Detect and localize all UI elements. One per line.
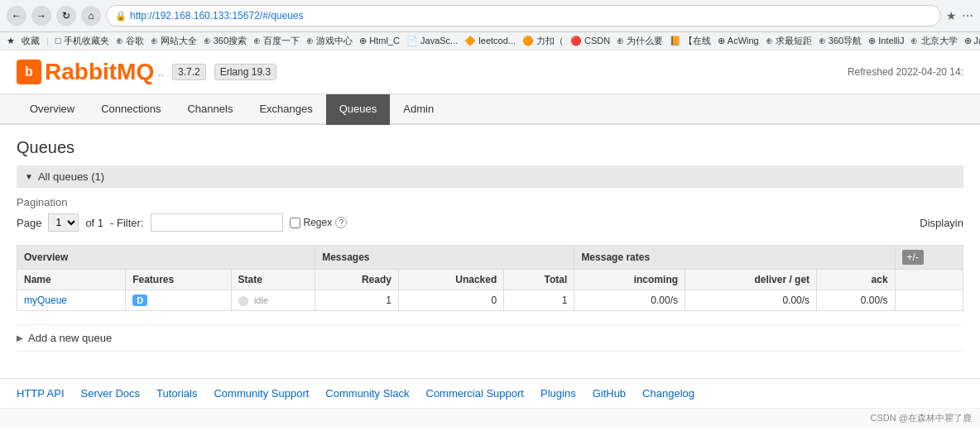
cell-unacked: 0	[398, 290, 503, 311]
help-icon[interactable]: ?	[335, 217, 347, 228]
bookmark-pku[interactable]: ⊕ 北京大学	[910, 35, 957, 47]
bookmark-item[interactable]: 收藏	[22, 35, 40, 47]
page-select[interactable]: 1	[48, 213, 79, 232]
feature-badge-d: D	[132, 295, 147, 306]
col-group-overview: Overview	[17, 246, 315, 270]
logo-name: RabbitMQ	[45, 59, 154, 85]
app-header: b RabbitMQ .. 3.7.2 Erlang 19.3 Refreshe…	[0, 50, 980, 94]
cell-ready: 1	[315, 290, 399, 311]
content-area: Queues ▼ All queues (1) Pagination Page …	[0, 125, 980, 378]
bookmark-360[interactable]: ⊕ 360搜索	[204, 35, 247, 47]
cell-deliver-get: 0.00/s	[685, 290, 817, 311]
nav-channels[interactable]: Channels	[174, 94, 246, 125]
logo-area: b RabbitMQ .. 3.7.2 Erlang 19.3	[17, 59, 276, 85]
regex-checkbox[interactable]	[290, 218, 300, 228]
col-header-incoming: incoming	[574, 270, 685, 290]
bookmark-why[interactable]: ⊕ 为什么要	[617, 35, 663, 47]
bookmark-phone[interactable]: □ 手机收藏夹	[55, 35, 109, 47]
bookmark-online[interactable]: 📙 【在线	[670, 35, 711, 47]
csdn-text: CSDN @在森林中瞿了鹿	[871, 413, 972, 423]
bookmark-lk[interactable]: 🟠 力扣（	[522, 35, 564, 47]
plus-minus-cell: +/-	[895, 246, 963, 270]
regex-label: Regex ?	[290, 217, 348, 228]
bookmark-js[interactable]: 📄 JavaSc...	[406, 36, 458, 46]
bookmark-websites[interactable]: ⊕ 网站大全	[151, 35, 197, 47]
bookmark-games[interactable]: ⊕ 游戏中心	[306, 35, 353, 47]
footer-github[interactable]: GitHub	[593, 387, 626, 400]
queue-name-link[interactable]: myQueue	[24, 295, 67, 306]
address-bar[interactable]: 🔒 http://192.168.160.133:15672/#/queues	[106, 5, 941, 26]
footer-commercial-support[interactable]: Commercial Support	[426, 387, 525, 400]
col-header-features: Features	[126, 270, 231, 290]
displaying-text: Displayin	[920, 217, 963, 229]
page-title: Queues	[17, 138, 963, 157]
nav-connections[interactable]: Connections	[88, 94, 174, 125]
bookmark-google[interactable]: ⊕ 谷歌	[116, 35, 144, 47]
bookmark-csdn[interactable]: 🔴 CSDN	[570, 36, 610, 46]
add-queue-label: Add a new queue	[28, 332, 112, 344]
state-text: idle	[254, 295, 268, 305]
back-button[interactable]: ←	[7, 6, 26, 26]
url-text: http://192.168.160.133:15672/#/queues	[130, 10, 304, 22]
col-group-message-rates: Message rates	[574, 246, 895, 270]
cell-features: D	[126, 290, 231, 311]
all-queues-section[interactable]: ▼ All queues (1)	[17, 165, 963, 188]
footer-changelog[interactable]: Changelog	[642, 387, 694, 400]
filter-label: - Filter:	[110, 217, 143, 229]
col-header-total: Total	[504, 270, 574, 290]
refresh-info: Refreshed 2022-04-20 14:	[848, 66, 963, 78]
refresh-button[interactable]: ↻	[56, 6, 76, 26]
cell-name: myQueue	[17, 290, 126, 311]
bookmark-360nav[interactable]: ⊕ 360导航	[819, 35, 862, 47]
footer-plugins[interactable]: Plugins	[540, 387, 576, 400]
idle-indicator	[238, 296, 248, 306]
of-label: of 1	[85, 217, 103, 229]
filter-input[interactable]	[151, 213, 283, 232]
col-header-ack: ack	[817, 270, 895, 290]
col-header-extra	[895, 270, 963, 290]
logo: b RabbitMQ ..	[17, 59, 164, 85]
footer-community-support[interactable]: Community Support	[214, 387, 309, 400]
star-button[interactable]: ★	[946, 9, 957, 22]
add-queue-arrow: ▶	[17, 333, 23, 342]
all-queues-arrow: ▼	[25, 172, 33, 181]
col-header-deliver-get: deliver / get	[685, 270, 817, 290]
col-header-state: State	[231, 270, 315, 290]
browser-chrome: ← → ↻ ⌂ 🔒 http://192.168.160.133:15672/#…	[0, 0, 980, 32]
nav-bar: Overview Connections Channels Exchanges …	[0, 94, 980, 125]
table-row: myQueue D idle 1 0 1 0.00/s 0.00/s 0.00/…	[17, 290, 963, 311]
footer-links: HTTP API Server Docs Tutorials Community…	[0, 378, 980, 408]
cell-incoming: 0.00/s	[574, 290, 685, 311]
forward-button[interactable]: →	[31, 6, 51, 26]
nav-overview[interactable]: Overview	[17, 94, 88, 125]
pagination-controls: Page 1 of 1 - Filter: Regex ? Displayin	[17, 213, 963, 232]
nav-queues[interactable]: Queues	[326, 94, 391, 125]
version-badge: 3.7.2	[172, 64, 206, 80]
queue-table: Overview Messages Message rates +/- Name…	[17, 245, 963, 311]
all-queues-label: All queues (1)	[38, 170, 104, 183]
bookmark-acwing[interactable]: ⊕ AcWing	[718, 36, 758, 46]
erlang-badge: Erlang 19.3	[214, 64, 276, 80]
page-label: Page	[17, 217, 41, 229]
cell-total: 1	[504, 290, 574, 311]
bookmark-java[interactable]: ⊕ Java W...	[964, 36, 980, 46]
cell-ack: 0.00/s	[817, 290, 895, 311]
col-header-unacked: Unacked	[398, 270, 503, 290]
footer-server-docs[interactable]: Server Docs	[81, 387, 141, 400]
cell-extra	[895, 290, 963, 311]
menu-button[interactable]: ⋯	[962, 9, 973, 22]
footer-community-slack[interactable]: Community Slack	[325, 387, 409, 400]
footer-http-api[interactable]: HTTP API	[17, 387, 65, 400]
nav-exchanges[interactable]: Exchanges	[246, 94, 325, 125]
home-button[interactable]: ⌂	[81, 6, 101, 26]
bookmark-short[interactable]: ⊕ 求最短距	[766, 35, 812, 47]
bookmark-html[interactable]: ⊕ Html_C	[359, 36, 400, 46]
nav-admin[interactable]: Admin	[390, 94, 447, 125]
csdn-bar: CSDN @在森林中瞿了鹿	[0, 408, 980, 428]
bookmark-leetcode[interactable]: 🔶 leetcod...	[464, 36, 516, 46]
bookmark-intellij[interactable]: ⊕ IntelliJ	[868, 36, 904, 46]
footer-tutorials[interactable]: Tutorials	[156, 387, 197, 400]
bookmark-baidu[interactable]: ⊕ 百度一下	[253, 35, 300, 47]
add-queue-toggle[interactable]: ▶ Add a new queue	[17, 332, 963, 344]
plus-minus-button[interactable]: +/-	[902, 250, 924, 265]
